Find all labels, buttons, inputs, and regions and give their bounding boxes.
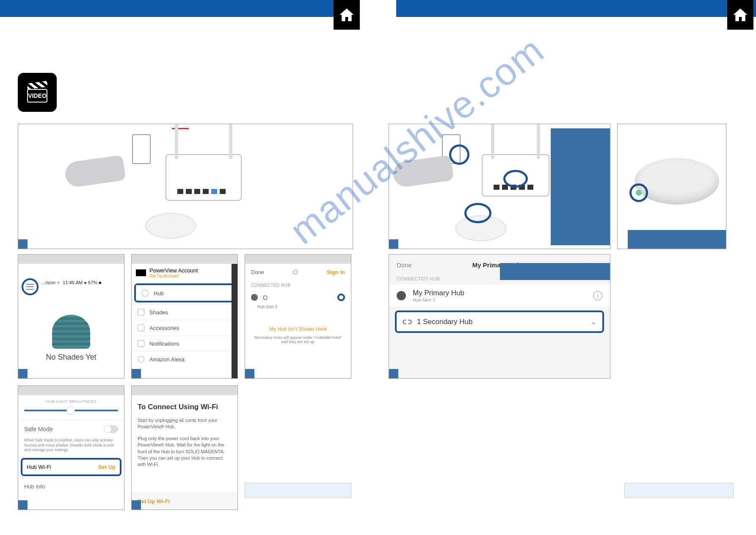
caption-block xyxy=(628,230,726,249)
menu-item-label: Notifications xyxy=(149,341,179,347)
video-label: VIDEO xyxy=(27,89,47,103)
router-icon xyxy=(166,154,242,201)
home-button-left[interactable] xyxy=(334,0,360,30)
hamburger-icon xyxy=(26,284,34,290)
wall-outlet-icon xyxy=(132,134,151,164)
safe-mode-desc: When Safe Mode is enabled, users can onl… xyxy=(18,438,124,456)
hub-wifi-callout[interactable]: Hub Wi-Fi Set Up xyxy=(21,458,121,476)
home-icon xyxy=(338,6,355,23)
led-callout-icon xyxy=(629,183,648,202)
hub-title-icon: ⬡ xyxy=(293,269,298,275)
menu-item-accessories[interactable]: Accessories xyxy=(132,320,237,335)
hub-info-callout[interactable] xyxy=(337,294,345,301)
note-box-left xyxy=(245,483,351,498)
menu-item-notifications[interactable]: Notifications xyxy=(132,335,237,351)
safe-mode-label: Safe Mode xyxy=(24,426,53,432)
menu-hub-callout[interactable]: Hub xyxy=(134,283,235,302)
shades-icon xyxy=(138,309,144,316)
info-icon[interactable]: i xyxy=(593,291,602,300)
account-title: PowerView Account xyxy=(149,267,198,274)
menu-item-label: Accessories xyxy=(149,325,179,331)
hub-status-icon xyxy=(397,291,406,300)
hub-desc-text: Secondary Hubs will appear under "Availa… xyxy=(245,335,351,344)
hub-status-icon xyxy=(251,294,258,301)
clapper-icon xyxy=(27,81,47,90)
wifi-instr-para2: Plug only the power cord back into your … xyxy=(138,435,232,468)
caption-block xyxy=(551,128,610,245)
callout-circle-icon xyxy=(503,170,528,188)
menu-item-label: Amazon Alexa xyxy=(149,356,185,363)
setup-link[interactable]: Set Up xyxy=(98,464,116,470)
figure-number-marker xyxy=(389,369,398,378)
menu-item-label: Hub xyxy=(154,290,164,297)
figure-hub-led xyxy=(617,124,726,249)
section-label: CONNECTED HUB xyxy=(245,280,351,290)
hub-wifi-label: Hub Wi-Fi xyxy=(27,464,51,470)
hub-icon xyxy=(142,290,149,297)
hub-device-icon xyxy=(635,158,719,205)
figure-number-marker xyxy=(132,369,141,378)
wifi-instr-title: To Connect Using Wi-Fi xyxy=(138,403,232,411)
hub-not-shown-link[interactable]: My Hub Isn't Shown Here xyxy=(245,326,351,332)
setup-wifi-button[interactable]: Set Up Wi-Fi xyxy=(132,493,237,510)
screenshot-app-menu: PowerView Account Set Up Account Hub Sha… xyxy=(131,254,238,379)
figure-number-marker xyxy=(389,239,398,249)
secondary-hub-callout[interactable]: 1 Secondary Hub ⌄ xyxy=(395,310,604,333)
accessories-icon xyxy=(138,324,144,331)
hub-info-row[interactable]: Hub Info xyxy=(18,478,124,495)
figure-wiring-callouts xyxy=(389,124,610,249)
chevron-down-icon: ⌄ xyxy=(590,317,596,326)
menu-button-callout[interactable] xyxy=(22,278,39,295)
done-button[interactable]: Done xyxy=(251,269,264,275)
bell-icon xyxy=(138,340,144,347)
figure-number-marker xyxy=(18,500,28,510)
header-bar-right xyxy=(396,0,756,17)
header-bar-left xyxy=(0,0,360,17)
no-shades-message: No Shades Yet xyxy=(18,353,124,362)
menu-item-alexa[interactable]: Amazon Alexa xyxy=(132,351,237,367)
figure-number-marker xyxy=(18,369,28,378)
hub-gen-label: Hub Gen 2 xyxy=(413,297,464,302)
screenshot-hub-settings: HUB LIGHT BRIGHTNESS Safe Mode When Safe… xyxy=(18,385,124,510)
figure-wiring-diagram xyxy=(18,124,353,249)
home-icon xyxy=(732,6,749,23)
menu-item-label: Shades xyxy=(149,309,168,316)
slider-knob[interactable] xyxy=(66,406,75,415)
done-button[interactable]: Done xyxy=(397,261,412,269)
callout-circle-icon xyxy=(449,144,469,165)
hand-plug-icon xyxy=(63,155,126,188)
home-button-right[interactable] xyxy=(727,0,753,30)
note-box-right xyxy=(624,483,734,498)
figure-number-marker xyxy=(245,369,254,378)
figure-number-marker xyxy=(18,239,28,249)
screenshot-secondary-hub: Done My Primary Hub Sign In CONNECTED HU… xyxy=(389,254,610,379)
hand-plug-icon xyxy=(392,155,454,188)
callout-circle-icon xyxy=(464,203,491,223)
safe-mode-toggle[interactable] xyxy=(104,425,118,433)
hub-row[interactable]: ⬡ xyxy=(245,290,351,305)
brand-logo-icon xyxy=(136,269,146,276)
video-link-icon[interactable]: VIDEO xyxy=(18,73,57,112)
alexa-icon xyxy=(138,356,144,363)
hub-gen-label: Hub Gen 2 xyxy=(257,305,351,309)
primary-hub-row[interactable]: My Primary Hub Hub Gen 2 i xyxy=(389,285,610,307)
brightness-slider[interactable] xyxy=(24,410,118,411)
screenshot-app-home: …rizon ᯤ 11:49 AM ● 67% ■ No Shades Yet xyxy=(18,254,124,379)
figure-number-marker xyxy=(132,500,141,510)
screenshot-wifi-instructions: To Connect Using Wi-Fi Start by unpluggi… xyxy=(131,385,238,510)
hub-device-icon xyxy=(145,213,196,238)
screenshot-connected-hub: Done ⬡ Sign In CONNECTED HUB ⬡ Hub Gen 2… xyxy=(245,254,351,379)
shade-illustration-icon xyxy=(52,315,90,349)
menu-item-shades[interactable]: Shades xyxy=(132,304,237,320)
brightness-label: HUB LIGHT BRIGHTNESS xyxy=(18,399,124,404)
signin-button[interactable]: Sign In xyxy=(327,269,345,275)
link-icon xyxy=(403,319,412,325)
account-header: PowerView Account Set Up Account xyxy=(132,264,237,282)
account-subtitle[interactable]: Set Up Account xyxy=(149,274,198,278)
caption-block xyxy=(500,263,610,280)
wifi-instr-para1: Start by unplugging all cords from your … xyxy=(138,417,232,430)
hub-name-label: My Primary Hub xyxy=(413,289,464,297)
secondary-hub-label: 1 Secondary Hub xyxy=(417,318,472,326)
